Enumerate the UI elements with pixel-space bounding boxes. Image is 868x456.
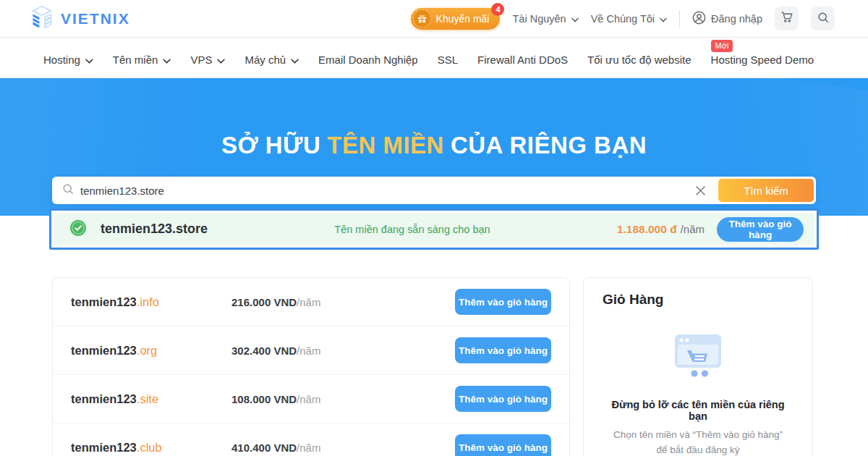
table-row: tenmien123.org 302.400 VND/năm Thêm vào … — [53, 326, 569, 375]
suggestion-price: 108.000 VND/năm — [231, 393, 455, 405]
nav-label: Tối ưu tốc độ website — [587, 54, 691, 66]
search-result-row: tenmien123.store Tên miền đang sẵn sàng … — [54, 213, 814, 245]
domain-extension: .site — [137, 392, 158, 405]
main-navbar: Hosting Tên miền VPS Máy chủ Email Doanh… — [0, 38, 868, 78]
check-circle-icon — [69, 219, 87, 240]
suggestion-domain-name: tenmien123.site — [71, 392, 231, 406]
user-icon — [692, 11, 706, 27]
price-value: 302.400 VND — [231, 345, 297, 357]
table-row: tenmien123.club 410.400 VND/năm Thêm vào… — [53, 423, 569, 456]
nav-label: Máy chủ — [244, 54, 286, 66]
result-domain-name: tenmien123.store — [101, 221, 208, 237]
add-to-cart-button[interactable]: Thêm vào giỏ hàng — [455, 434, 551, 456]
nav-item-ten-mien[interactable]: Tên miền — [113, 54, 171, 66]
header-actions: Khuyến mãi 4 Tài Nguyên Về Chúng Tôi — [411, 7, 835, 30]
promo-count-badge: 4 — [491, 3, 504, 16]
search-button-header[interactable] — [811, 7, 835, 30]
chevron-down-icon — [163, 54, 171, 66]
price-value: 410.400 VND — [231, 442, 297, 454]
price-period: /năm — [297, 345, 320, 357]
hero-title-part: SỞ HỮU — [221, 132, 320, 159]
table-row: tenmien123.info 216.000 VND/năm Thêm vào… — [53, 278, 569, 326]
nav-label: Tên miền — [113, 54, 158, 66]
hero-section: SỞ HỮUTÊN MIỀNCỦA RIÊNG BẠN Tìm kiếm — [0, 78, 868, 216]
chevron-down-icon — [571, 13, 579, 25]
cart-icon — [780, 11, 793, 26]
price-value: 108.000 VND — [231, 393, 297, 405]
cart-panel: Giỏ Hàng Đừng bỏ lỡ các tên miền của riê… — [583, 277, 813, 456]
domain-suggestions-card: tenmien123.info 216.000 VND/năm Thêm vào… — [52, 277, 570, 456]
domain-base: tenmien123 — [71, 392, 137, 405]
chevron-down-icon — [291, 54, 299, 66]
nav-label: Email Doanh Nghiệp — [318, 54, 418, 66]
price-period: /năm — [297, 393, 320, 405]
nav-label: VPS — [190, 54, 212, 66]
new-badge: Mới — [711, 40, 733, 52]
add-to-cart-button[interactable]: Thêm vào giỏ hàng — [455, 289, 551, 315]
domain-extension: .club — [137, 441, 162, 454]
nav-label: Hosting — [43, 54, 80, 66]
result-price: 1.188.000 đ — [617, 223, 677, 236]
result-status-text: Tên miền đang sẵn sàng cho bạn — [208, 224, 617, 235]
cart-button[interactable] — [775, 7, 799, 30]
close-icon[interactable] — [695, 185, 706, 196]
domain-base: tenmien123 — [71, 344, 137, 357]
add-to-cart-button[interactable]: Thêm vào giỏ hàng — [455, 386, 551, 412]
add-to-cart-button[interactable]: Thêm vào giỏ hàng — [455, 337, 551, 363]
login-link[interactable]: Đăng nhập — [692, 11, 762, 27]
cart-empty-headline: Đừng bỏ lỡ các tên miền của riêng bạn — [603, 399, 793, 422]
header-divider — [679, 10, 680, 28]
search-icon — [817, 12, 829, 26]
domain-search-input[interactable] — [80, 185, 685, 197]
nav-label: SSL — [438, 54, 458, 66]
search-submit-button[interactable]: Tìm kiếm — [718, 179, 814, 202]
price-value: 216.000 VND — [231, 296, 297, 308]
domain-extension: .info — [137, 295, 159, 308]
result-price-period: /năm — [681, 223, 705, 235]
vietnix-domain-search-page: VIETNIX Khuyến mãi 4 Tài Nguyên — [0, 0, 868, 456]
nav-item-vps[interactable]: VPS — [190, 54, 225, 66]
nav-item-speed-demo[interactable]: Mới Hosting Speed Demo — [711, 54, 814, 66]
logo-text: VIETNIX — [61, 10, 130, 28]
domain-search-bar: Tìm kiếm — [52, 177, 816, 204]
chevron-down-icon — [85, 54, 93, 66]
search-icon — [62, 183, 74, 198]
nav-label: Hosting Speed Demo — [711, 54, 814, 66]
promo-label: Khuyến mãi — [436, 13, 490, 25]
domain-extension: .org — [137, 344, 157, 357]
vietnix-logo[interactable]: VIETNIX — [29, 4, 130, 33]
nav-item-hosting[interactable]: Hosting — [43, 54, 93, 66]
chevron-down-icon — [660, 13, 667, 25]
suggestion-price: 302.400 VND/năm — [231, 345, 455, 357]
gift-icon — [413, 9, 431, 28]
nav-item-toi-uu[interactable]: Tối ưu tốc độ website — [587, 54, 691, 66]
hero-title: SỞ HỮUTÊN MIỀNCỦA RIÊNG BẠN — [0, 132, 868, 159]
suggestion-domain-name: tenmien123.club — [71, 441, 231, 455]
nav-item-ssl[interactable]: SSL — [438, 54, 458, 66]
price-period: /năm — [297, 442, 320, 454]
cart-empty-subtext: Chọn tên miền và “Thêm vào giỏ hàng” để … — [603, 428, 793, 456]
menu-resources-label: Tài Nguyên — [512, 13, 566, 25]
browser-cart-illustration — [603, 334, 793, 379]
nav-item-email[interactable]: Email Doanh Nghiệp — [318, 54, 418, 66]
search-result-card: tenmien123.store Tên miền đang sẵn sàng … — [49, 208, 819, 250]
cart-panel-title: Giỏ Hàng — [603, 292, 793, 308]
price-period: /năm — [297, 296, 320, 308]
domain-base: tenmien123 — [71, 441, 137, 454]
nav-item-may-chu[interactable]: Máy chủ — [244, 54, 299, 66]
add-to-cart-button[interactable]: Thêm vào giỏ hàng — [717, 217, 804, 242]
hero-title-highlight: TÊN MIỀN — [327, 132, 444, 159]
domain-base: tenmien123 — [71, 295, 137, 308]
table-row: tenmien123.site 108.000 VND/năm Thêm vào… — [53, 375, 569, 423]
menu-about[interactable]: Về Chúng Tôi — [591, 13, 667, 25]
nav-item-firewall[interactable]: Firewall Anti DDoS — [477, 54, 568, 66]
nav-label: Firewall Anti DDoS — [477, 54, 568, 66]
suggestion-price: 410.400 VND/năm — [231, 442, 455, 454]
login-label: Đăng nhập — [711, 13, 762, 25]
vietnix-stack-icon — [29, 4, 55, 33]
chevron-down-icon — [217, 54, 225, 66]
hero-title-part: CỦA RIÊNG BẠN — [451, 132, 647, 159]
menu-resources[interactable]: Tài Nguyên — [512, 13, 578, 25]
promo-button[interactable]: Khuyến mãi 4 — [411, 8, 501, 30]
suggestion-domain-name: tenmien123.info — [71, 295, 231, 309]
